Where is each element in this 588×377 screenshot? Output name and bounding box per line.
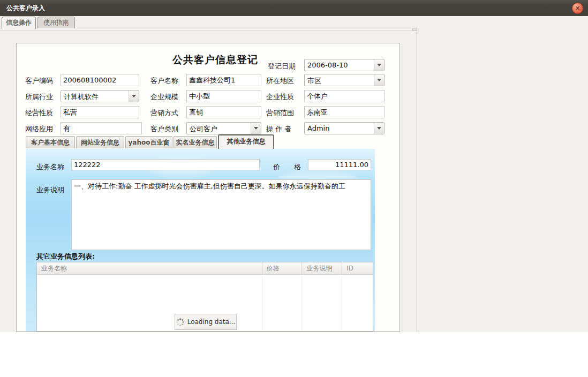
business-desc-textarea[interactable]: 一、对待工作:勤奋 工作虚掷时光会伤害雇主,但伤害自己更深。如果你永远保持勤奋的…	[71, 179, 371, 250]
chevron-down-icon	[377, 127, 381, 130]
marketing-field[interactable]	[186, 106, 261, 118]
subtab-realname-business-info[interactable]: 实名业务信息	[174, 136, 217, 148]
window-title: 公共客户录入	[6, 0, 45, 16]
network-field[interactable]	[61, 122, 142, 134]
workspace: 信息操作 使用指南 公共客户信息登记 登记日期 2006-08-10 客户编码 …	[0, 16, 588, 332]
industry-dropdown-button[interactable]	[129, 91, 139, 102]
subtab-customer-basic-info[interactable]: 客户基本信息	[26, 136, 75, 148]
column-header-id[interactable]: ID	[342, 262, 373, 274]
scale-field[interactable]	[186, 90, 261, 102]
industry-combobox[interactable]: 计算机软件	[61, 90, 139, 102]
scale-label: 企业规模	[150, 92, 178, 102]
title-bar: 公共客户录入 ✕	[0, 0, 588, 16]
operator-combobox[interactable]: Admin	[304, 122, 385, 134]
chevron-down-icon	[377, 64, 381, 66]
scope-field[interactable]	[304, 106, 385, 118]
close-icon[interactable]: ✕	[572, 3, 583, 14]
nature-field[interactable]	[304, 90, 385, 102]
tab-page-right-border	[417, 28, 417, 332]
network-label: 网络应用	[25, 124, 53, 134]
loading-text: Loading data...	[187, 318, 236, 326]
region-dropdown-button[interactable]	[374, 74, 384, 86]
marketing-label: 营销方式	[150, 108, 178, 118]
chevron-down-icon	[132, 95, 136, 97]
industry-value: 计算机软件	[64, 92, 99, 102]
table-column-business-desc	[302, 275, 342, 331]
nature-label: 企业性质	[266, 92, 294, 102]
operator-dropdown-button[interactable]	[374, 123, 384, 134]
reg-date-value: 2006-08-10	[307, 61, 348, 69]
category-value: 公司客户	[190, 124, 217, 134]
business-name-label: 业务名称	[36, 162, 64, 172]
operator-value: Admin	[307, 124, 329, 132]
table-body: Loading data...	[37, 275, 373, 331]
table-header-row: 业务名称 价格 业务说明 ID	[37, 262, 373, 275]
biz-nature-label: 经营性质	[25, 108, 53, 118]
business-desc-label: 业务说明	[36, 185, 64, 195]
reg-date-combobox[interactable]: 2006-08-10	[304, 59, 385, 71]
category-dropdown-button[interactable]	[251, 123, 261, 134]
reg-date-dropdown-button[interactable]	[374, 59, 384, 71]
region-combobox[interactable]: 市区	[304, 74, 385, 86]
table-column-id	[342, 275, 373, 331]
region-value: 市区	[307, 76, 321, 86]
cust-code-label: 客户编码	[25, 76, 53, 86]
category-label: 客户类别	[150, 124, 178, 134]
tab-user-guide[interactable]: 使用指南	[37, 17, 75, 28]
chevron-down-icon	[377, 79, 381, 81]
app-window: 公共客户录入 ✕ 信息操作 使用指南 公共客户信息登记 登记日期 2006-08…	[0, 0, 588, 377]
chevron-down-icon	[254, 127, 258, 130]
subtab-website-business-info[interactable]: 网站业务信息	[76, 136, 124, 148]
subtab-other-business-info[interactable]: 其他业务信息	[218, 134, 274, 149]
operator-label: 操 作 者	[266, 124, 291, 134]
table-column-price	[262, 275, 303, 331]
other-business-table: 业务名称 价格 业务说明 ID	[36, 262, 373, 331]
price-label: 价 格	[273, 162, 301, 172]
biz-nature-field[interactable]	[61, 106, 139, 118]
loading-indicator: Loading data...	[175, 314, 237, 330]
reg-date-label: 登记日期	[268, 62, 296, 71]
spinner-icon	[176, 318, 184, 326]
cust-name-field[interactable]	[186, 74, 261, 86]
column-header-business-name[interactable]: 业务名称	[37, 262, 262, 274]
cust-code-field[interactable]	[61, 74, 139, 86]
price-field[interactable]	[308, 159, 371, 170]
other-business-panel: 业务名称 价 格 业务说明 一、对待工作:勤奋 工作虚掷时光会伤害雇主,但伤害自…	[26, 149, 375, 331]
tab-info-operations[interactable]: 信息操作	[2, 17, 36, 29]
scope-label: 营销范围	[266, 108, 294, 118]
region-label: 所在地区	[266, 76, 294, 86]
business-name-field[interactable]	[71, 159, 260, 170]
customer-form-panel: 公共客户信息登记 登记日期 2006-08-10 客户编码 客户名称 所在地区 …	[16, 43, 400, 332]
other-business-list-title: 其它业务信息列表:	[36, 252, 95, 261]
column-header-price[interactable]: 价格	[262, 262, 303, 274]
category-combobox[interactable]: 公司客户	[186, 122, 261, 134]
industry-label: 所属行业	[25, 92, 53, 102]
column-header-business-desc[interactable]: 业务说明	[302, 262, 342, 274]
subtab-yahoo-baiyechuang[interactable]: yahoo百业窗	[125, 136, 172, 148]
cust-name-label: 客户名称	[150, 76, 178, 86]
